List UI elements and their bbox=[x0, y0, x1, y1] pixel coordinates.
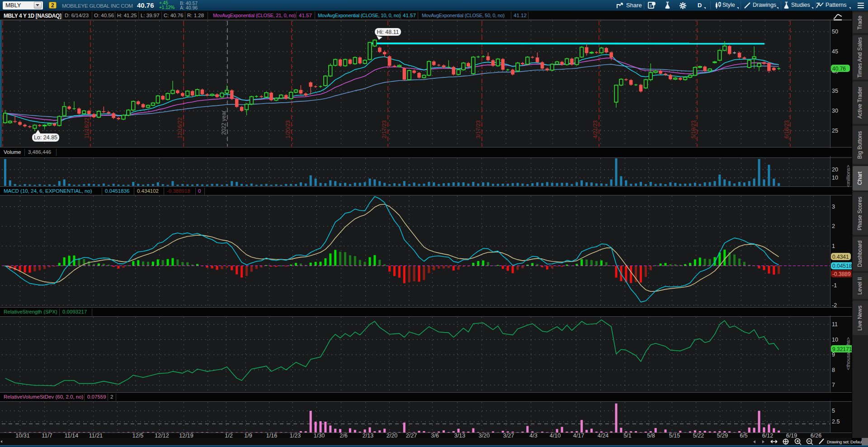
svg-text:1: 1 bbox=[832, 243, 835, 249]
svg-text:2/17/23: 2/17/23 bbox=[381, 120, 387, 138]
svg-text:12/5: 12/5 bbox=[132, 433, 143, 439]
svg-text:6/12: 6/12 bbox=[762, 433, 773, 439]
svg-text:2022 year: 2022 year bbox=[221, 111, 227, 135]
svg-text:20: 20 bbox=[832, 166, 838, 173]
svg-text:12/16/22: 12/16/22 bbox=[177, 117, 183, 138]
svg-text:5/19/23: 5/19/23 bbox=[690, 120, 697, 138]
svg-text:25: 25 bbox=[832, 128, 838, 134]
svg-text:7: 7 bbox=[832, 382, 835, 388]
svg-text:1/30: 1/30 bbox=[314, 433, 325, 439]
svg-text:40.76: 40.76 bbox=[832, 66, 846, 72]
svg-text:2/27: 2/27 bbox=[406, 433, 417, 439]
svg-text:2/13: 2/13 bbox=[363, 433, 373, 439]
svg-text:3/13: 3/13 bbox=[454, 433, 465, 439]
svg-text:Hi: 48.11: Hi: 48.11 bbox=[377, 29, 399, 35]
svg-text:11/14: 11/14 bbox=[65, 433, 78, 439]
svg-text:12/12: 12/12 bbox=[155, 433, 169, 439]
svg-text:5/22: 5/22 bbox=[693, 433, 704, 439]
svg-text:50: 50 bbox=[832, 29, 838, 35]
svg-text:10/31: 10/31 bbox=[15, 433, 29, 439]
svg-text:1/20/23: 1/20/23 bbox=[285, 120, 291, 138]
svg-text:4/10: 4/10 bbox=[550, 433, 561, 439]
svg-text:6/16/23: 6/16/23 bbox=[783, 120, 790, 138]
svg-text:4/21/23: 4/21/23 bbox=[592, 120, 599, 138]
svg-text:10: 10 bbox=[832, 337, 838, 343]
svg-text:11: 11 bbox=[832, 321, 838, 328]
svg-text:5/8: 5/8 bbox=[647, 433, 655, 439]
svg-text:5: 5 bbox=[832, 408, 835, 414]
svg-text:6/19: 6/19 bbox=[786, 433, 797, 439]
svg-text:-0.3889: -0.3889 bbox=[832, 271, 851, 277]
svg-text:4/17: 4/17 bbox=[573, 433, 584, 439]
svg-text:2/6: 2/6 bbox=[340, 433, 347, 439]
svg-text:12/19: 12/19 bbox=[179, 433, 193, 439]
svg-text:<thousandths>: <thousandths> bbox=[845, 337, 851, 370]
svg-text:<millions>: <millions> bbox=[845, 165, 851, 187]
svg-text:1/16: 1/16 bbox=[266, 433, 277, 439]
svg-text:3: 3 bbox=[832, 204, 835, 210]
svg-text:-1: -1 bbox=[832, 282, 837, 289]
svg-text:2/20: 2/20 bbox=[387, 433, 397, 439]
svg-text:11/18/22: 11/18/22 bbox=[84, 118, 90, 138]
svg-text:6/26: 6/26 bbox=[811, 433, 821, 439]
svg-text:9: 9 bbox=[832, 352, 835, 358]
svg-text:4/3: 4/3 bbox=[529, 433, 537, 439]
svg-text:5/29: 5/29 bbox=[717, 433, 728, 439]
svg-text:45: 45 bbox=[832, 48, 838, 55]
svg-text:30: 30 bbox=[832, 108, 838, 114]
svg-text:9.32171: 9.32171 bbox=[832, 346, 852, 352]
svg-text:1/23: 1/23 bbox=[290, 433, 301, 439]
svg-text:3/27: 3/27 bbox=[503, 433, 514, 439]
svg-text:11/21: 11/21 bbox=[89, 433, 103, 439]
svg-text:8: 8 bbox=[832, 367, 835, 373]
svg-text:6/5: 6/5 bbox=[740, 433, 747, 439]
svg-text:3/6: 3/6 bbox=[431, 433, 439, 439]
svg-text:4/24: 4/24 bbox=[598, 433, 609, 439]
svg-text:5/15: 5/15 bbox=[669, 433, 680, 439]
svg-text:5/1: 5/1 bbox=[623, 433, 631, 439]
svg-text:Drawing set: Default: Drawing set: Default bbox=[827, 439, 863, 444]
svg-text:35: 35 bbox=[832, 88, 838, 94]
svg-text:2: 2 bbox=[832, 223, 835, 229]
svg-text:10: 10 bbox=[832, 175, 838, 181]
svg-text:3/17/23: 3/17/23 bbox=[475, 120, 481, 138]
svg-text:3/20: 3/20 bbox=[479, 433, 490, 439]
svg-text:0.04518: 0.04518 bbox=[832, 263, 852, 269]
svg-text:1/9: 1/9 bbox=[244, 433, 252, 439]
svg-text:11/7: 11/7 bbox=[42, 433, 52, 439]
svg-text:0.4341: 0.4341 bbox=[832, 254, 849, 260]
svg-text:1/2: 1/2 bbox=[225, 433, 232, 439]
svg-text:2.5: 2.5 bbox=[832, 418, 840, 425]
svg-text:Lo: 24.85: Lo: 24.85 bbox=[34, 134, 57, 141]
